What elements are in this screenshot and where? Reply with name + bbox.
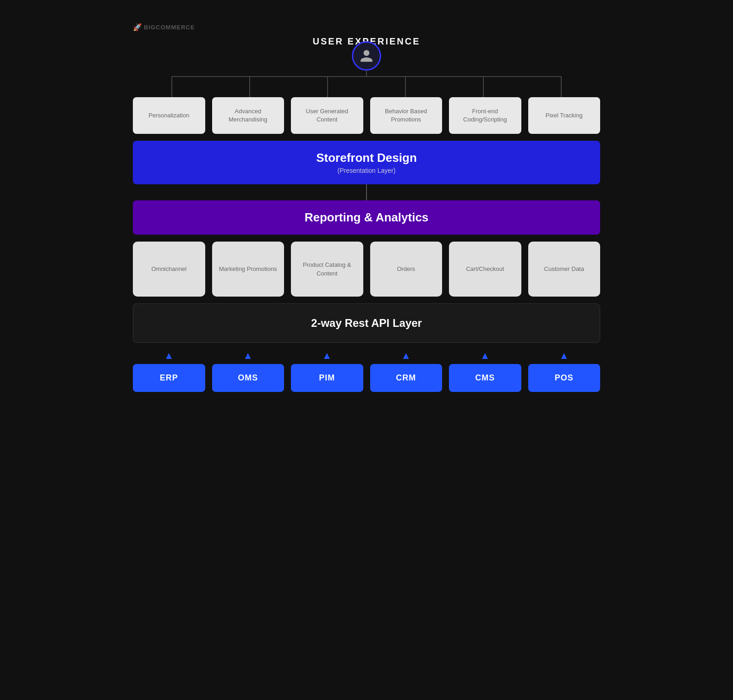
card-product-catalog: Product Catalog & Content (291, 242, 363, 297)
card-omnichannel: Omnichannel (133, 242, 205, 297)
arrow-oms: ▲ (212, 350, 284, 362)
logo-icon: 🚀 (133, 23, 142, 32)
arrow-cms: ▲ (449, 350, 521, 362)
arrow-pim: ▲ (291, 350, 363, 362)
api-banner: 2-way Rest API Layer (133, 303, 600, 343)
storefront-design-banner: Storefront Design (Presentation Layer) (133, 141, 600, 184)
button-erp[interactable]: ERP (133, 364, 205, 392)
user-icon-circle (352, 41, 381, 71)
storefront-title: Storefront Design (143, 151, 590, 165)
api-title: 2-way Rest API Layer (146, 317, 587, 330)
diagram-wrapper: 🚀 BIGCOMMERCE USER EXPERIENCE (115, 9, 618, 410)
cards-row: Omnichannel Marketing Promotions Product… (133, 242, 600, 297)
user-connector-area (133, 56, 600, 97)
analytics-title: Reporting & Analytics (143, 210, 590, 225)
arrows-row: ▲ ▲ ▲ ▲ ▲ ▲ (133, 350, 600, 362)
button-oms[interactable]: OMS (212, 364, 284, 392)
button-crm[interactable]: CRM (370, 364, 443, 392)
arrow-crm: ▲ (370, 350, 443, 362)
card-marketing-promotions: Marketing Promotions (212, 242, 284, 297)
connector-line (366, 184, 367, 200)
integration-buttons-row: ERP OMS PIM CRM CMS POS (133, 364, 600, 392)
feature-box-behavior-promotions: Behavior Based Promotions (370, 97, 443, 134)
card-cart-checkout: Cart/Checkout (449, 242, 521, 297)
feature-box-pixel-tracking: Pixel Tracking (528, 97, 601, 134)
banner-connector (133, 184, 600, 200)
user-icon-container (352, 41, 381, 71)
feature-box-advanced-merchandising: Advanced Merchandising (212, 97, 284, 134)
feature-boxes-row: Personalization Advanced Merchandising U… (133, 97, 600, 134)
feature-box-user-generated-content: User Generated Content (291, 97, 363, 134)
card-orders: Orders (370, 242, 443, 297)
feature-box-personalization: Personalization (133, 97, 205, 134)
reporting-analytics-banner: Reporting & Analytics (133, 200, 600, 235)
button-pim[interactable]: PIM (291, 364, 363, 392)
button-pos[interactable]: POS (528, 364, 601, 392)
arrow-pos: ▲ (528, 350, 601, 362)
storefront-subtitle: (Presentation Layer) (143, 167, 590, 174)
user-svg-icon (359, 49, 374, 63)
logo-area: 🚀 BIGCOMMERCE (133, 23, 600, 32)
button-cms[interactable]: CMS (449, 364, 521, 392)
logo-text: BIGCOMMERCE (144, 24, 195, 31)
arrow-erp: ▲ (133, 350, 205, 362)
card-customer-data: Customer Data (528, 242, 601, 297)
feature-box-frontend-coding: Front-end Coding/Scripting (449, 97, 521, 134)
